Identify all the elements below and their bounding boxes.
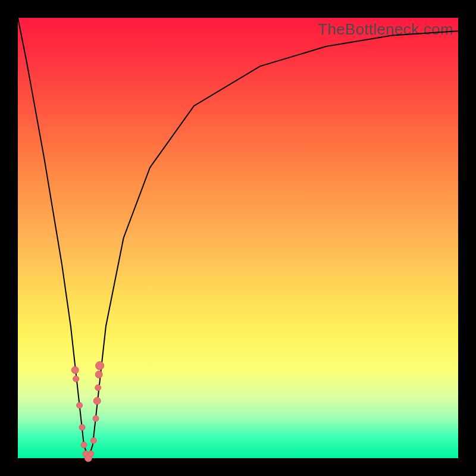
marker-point [95, 371, 102, 378]
marker-point [71, 367, 79, 374]
marker-point [96, 362, 104, 370]
marker-point [95, 385, 101, 391]
marker-point [81, 442, 87, 448]
curve-layer [18, 18, 458, 458]
marker-point [93, 415, 99, 421]
chart-frame: TheBottleneck.com [0, 0, 476, 476]
plot-area: TheBottleneck.com [18, 18, 458, 458]
marker-point [77, 402, 83, 408]
marker-point [79, 424, 85, 430]
marker-point [73, 376, 79, 382]
marker-point [88, 451, 94, 457]
marker-point [90, 437, 96, 443]
marker-point [93, 397, 101, 405]
bottleneck-curve [18, 18, 458, 458]
marker-group [71, 362, 104, 462]
